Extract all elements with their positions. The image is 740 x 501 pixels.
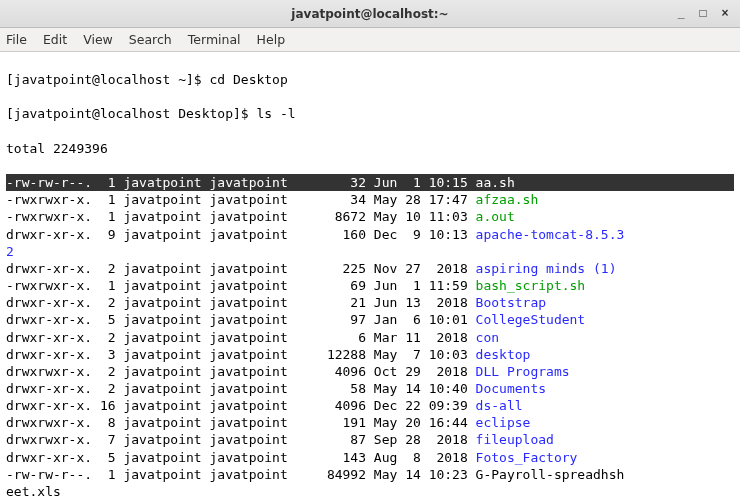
file-attrs: -rw-rw-r--. 1 javatpoint javatpoint 8499… xyxy=(6,467,476,482)
file-name: a.out xyxy=(476,209,515,224)
file-attrs: drwxr-xr-x. 2 javatpoint javatpoint 225 … xyxy=(6,261,476,276)
file-name: ds-all xyxy=(476,398,523,413)
file-name: con xyxy=(476,330,499,345)
command: ls -l xyxy=(256,106,295,121)
file-name: apache-tomcat-8.5.3 xyxy=(476,227,625,242)
file-row-wrap: eet.xls xyxy=(6,483,734,500)
file-row: -rw-rw-r--. 1 javatpoint javatpoint 8499… xyxy=(6,466,734,483)
file-row: -rwxrwxr-x. 1 javatpoint javatpoint 8672… xyxy=(6,208,734,225)
file-row: drwxr-xr-x. 5 javatpoint javatpoint 143 … xyxy=(6,449,734,466)
file-name-wrap: eet.xls xyxy=(6,484,61,499)
maximize-button[interactable]: □ xyxy=(692,3,714,23)
file-row: drwxr-xr-x. 3 javatpoint javatpoint 1228… xyxy=(6,346,734,363)
file-attrs: -rwxrwxr-x. 1 javatpoint javatpoint 34 M… xyxy=(6,192,476,207)
file-listing: -rw-rw-r--. 1 javatpoint javatpoint 32 J… xyxy=(6,174,734,501)
window-title: javatpoint@localhost:~ xyxy=(291,7,448,21)
file-name: aspiring minds (1) xyxy=(476,261,617,276)
file-attrs: drwxr-xr-x. 2 javatpoint javatpoint 58 M… xyxy=(6,381,476,396)
prompt: [javatpoint@localhost ~]$ xyxy=(6,72,210,87)
prompt: [javatpoint@localhost Desktop]$ xyxy=(6,106,256,121)
file-row-wrap: 2 xyxy=(6,243,734,260)
file-attrs: drwxrwxr-x. 8 javatpoint javatpoint 191 … xyxy=(6,415,476,430)
file-attrs: -rwxrwxr-x. 1 javatpoint javatpoint 8672… xyxy=(6,209,476,224)
file-name: eclipse xyxy=(476,415,531,430)
file-attrs: drwxrwxr-x. 7 javatpoint javatpoint 87 S… xyxy=(6,432,476,447)
file-row: drwxrwxr-x. 8 javatpoint javatpoint 191 … xyxy=(6,414,734,431)
close-button[interactable]: × xyxy=(714,3,736,23)
menu-help[interactable]: Help xyxy=(257,32,286,47)
file-row: -rw-rw-r--. 1 javatpoint javatpoint 32 J… xyxy=(6,174,734,191)
file-name: bash_script.sh xyxy=(476,278,586,293)
file-row: drwxrwxr-x. 2 javatpoint javatpoint 4096… xyxy=(6,363,734,380)
file-attrs: drwxr-xr-x. 5 javatpoint javatpoint 97 J… xyxy=(6,312,476,327)
file-name: Documents xyxy=(476,381,546,396)
file-name: CollegeStudent xyxy=(476,312,586,327)
menu-terminal[interactable]: Terminal xyxy=(188,32,241,47)
file-row: drwxr-xr-x. 9 javatpoint javatpoint 160 … xyxy=(6,226,734,243)
titlebar: javatpoint@localhost:~ _ □ × xyxy=(0,0,740,28)
command: cd Desktop xyxy=(210,72,288,87)
window-controls: _ □ × xyxy=(670,3,736,23)
file-attrs: drwxr-xr-x. 2 javatpoint javatpoint 6 Ma… xyxy=(6,330,476,345)
file-attrs: drwxr-xr-x. 2 javatpoint javatpoint 21 J… xyxy=(6,295,476,310)
file-row: -rwxrwxr-x. 1 javatpoint javatpoint 34 M… xyxy=(6,191,734,208)
menubar: File Edit View Search Terminal Help xyxy=(0,28,740,52)
file-name: DLL Programs xyxy=(476,364,570,379)
terminal-output[interactable]: [javatpoint@localhost ~]$ cd Desktop [ja… xyxy=(0,52,740,501)
file-attrs: drwxrwxr-x. 2 javatpoint javatpoint 4096… xyxy=(6,364,476,379)
file-name: fileupload xyxy=(476,432,554,447)
file-row: drwxr-xr-x. 2 javatpoint javatpoint 6 Ma… xyxy=(6,329,734,346)
menu-view[interactable]: View xyxy=(83,32,113,47)
minimize-button[interactable]: _ xyxy=(670,3,692,23)
file-name-wrap: 2 xyxy=(6,244,14,259)
file-attrs: drwxr-xr-x. 5 javatpoint javatpoint 143 … xyxy=(6,450,476,465)
file-name: afzaa.sh xyxy=(476,192,539,207)
file-name: Bootstrap xyxy=(476,295,546,310)
total-line: total 2249396 xyxy=(6,140,734,157)
file-row: drwxr-xr-x. 2 javatpoint javatpoint 58 M… xyxy=(6,380,734,397)
menu-edit[interactable]: Edit xyxy=(43,32,67,47)
file-row: drwxr-xr-x. 16 javatpoint javatpoint 409… xyxy=(6,397,734,414)
file-attrs: drwxr-xr-x. 16 javatpoint javatpoint 409… xyxy=(6,398,476,413)
file-row: -rwxrwxr-x. 1 javatpoint javatpoint 69 J… xyxy=(6,277,734,294)
file-row: drwxr-xr-x. 2 javatpoint javatpoint 21 J… xyxy=(6,294,734,311)
file-attrs: -rwxrwxr-x. 1 javatpoint javatpoint 69 J… xyxy=(6,278,476,293)
file-attrs: drwxr-xr-x. 3 javatpoint javatpoint 1228… xyxy=(6,347,476,362)
file-row: drwxr-xr-x. 5 javatpoint javatpoint 97 J… xyxy=(6,311,734,328)
menu-file[interactable]: File xyxy=(6,32,27,47)
file-attrs: drwxr-xr-x. 9 javatpoint javatpoint 160 … xyxy=(6,227,476,242)
file-row: drwxr-xr-x. 2 javatpoint javatpoint 225 … xyxy=(6,260,734,277)
file-name: Fotos_Factory xyxy=(476,450,578,465)
menu-search[interactable]: Search xyxy=(129,32,172,47)
file-row: drwxrwxr-x. 7 javatpoint javatpoint 87 S… xyxy=(6,431,734,448)
file-name: desktop xyxy=(476,347,531,362)
file-name: G-Payroll-spreadhsh xyxy=(476,467,625,482)
file-name: -rw-rw-r--. 1 javatpoint javatpoint 32 J… xyxy=(6,174,734,191)
